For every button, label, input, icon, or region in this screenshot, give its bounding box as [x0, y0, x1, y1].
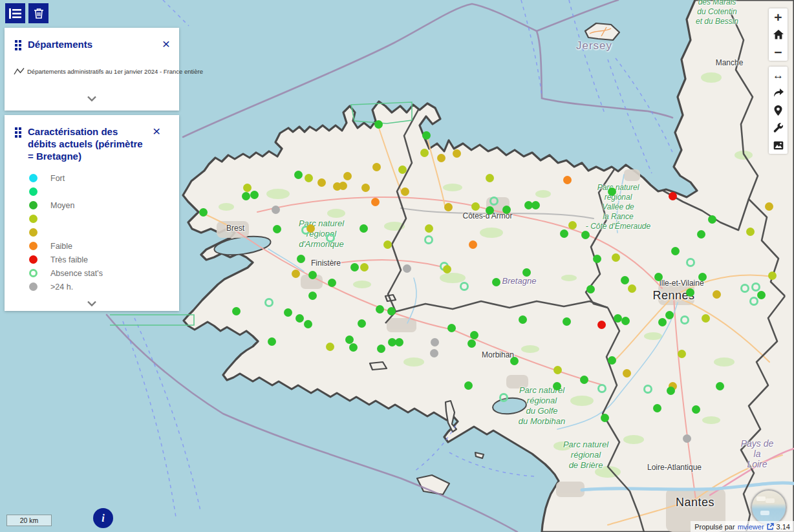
- map-marker-yg[interactable]: [383, 240, 392, 249]
- map-marker-g[interactable]: [686, 288, 694, 297]
- map-marker-yg[interactable]: [471, 202, 480, 211]
- info-button[interactable]: i: [93, 508, 113, 528]
- map-marker-g[interactable]: [232, 307, 241, 315]
- chevron-down-icon[interactable]: [87, 92, 97, 104]
- map-marker-g[interactable]: [654, 273, 663, 281]
- drag-handle-icon[interactable]: [15, 127, 21, 138]
- map-marker-g[interactable]: [358, 319, 366, 328]
- map-marker-yg[interactable]: [305, 174, 313, 182]
- clear-map-button[interactable]: [28, 3, 48, 23]
- map-marker-g[interactable]: [374, 120, 383, 129]
- map-marker-dy[interactable]: [306, 224, 315, 233]
- map-marker-g[interactable]: [531, 201, 540, 209]
- map-marker-ri[interactable]: [489, 197, 499, 206]
- map-marker-g[interactable]: [692, 405, 700, 414]
- map-marker-g[interactable]: [242, 192, 250, 200]
- close-icon[interactable]: ×: [153, 125, 160, 137]
- map-marker-g[interactable]: [621, 276, 629, 284]
- map-marker-g[interactable]: [608, 187, 616, 196]
- map-marker-g[interactable]: [395, 338, 403, 346]
- zoom-out-button[interactable]: −: [769, 43, 788, 61]
- map-marker-dy[interactable]: [401, 187, 409, 196]
- map-marker-yg[interactable]: [326, 343, 334, 351]
- map-marker-g[interactable]: [273, 225, 281, 233]
- map-marker-g[interactable]: [486, 206, 494, 215]
- map-marker-g[interactable]: [621, 317, 630, 325]
- locate-button[interactable]: [769, 101, 788, 119]
- map-marker-g[interactable]: [268, 337, 276, 346]
- map-marker-yg[interactable]: [768, 271, 777, 280]
- map-marker-g[interactable]: [581, 231, 590, 239]
- map-marker-g[interactable]: [345, 335, 354, 344]
- map-marker-g[interactable]: [580, 376, 588, 384]
- map-marker-yg[interactable]: [702, 314, 710, 323]
- map-marker-g[interactable]: [349, 343, 358, 352]
- map-marker-yg[interactable]: [568, 221, 577, 229]
- map-marker-ri[interactable]: [643, 385, 652, 394]
- map-marker-g[interactable]: [653, 404, 661, 412]
- map-marker-g[interactable]: [359, 224, 368, 233]
- map-marker-g[interactable]: [560, 229, 568, 238]
- close-icon[interactable]: ×: [162, 38, 170, 50]
- map-marker-gr[interactable]: [683, 434, 691, 443]
- map-marker-ri[interactable]: [460, 282, 469, 291]
- map-marker-g[interactable]: [667, 387, 675, 395]
- map-marker-g[interactable]: [492, 278, 500, 286]
- map-marker-g[interactable]: [250, 191, 259, 199]
- map-marker-yg[interactable]: [443, 265, 451, 273]
- map-marker-gr[interactable]: [431, 338, 439, 346]
- map-marker-ri[interactable]: [686, 258, 695, 267]
- map-marker-dy[interactable]: [713, 290, 721, 299]
- map-marker-g[interactable]: [665, 311, 674, 319]
- map-marker-yg[interactable]: [360, 263, 369, 271]
- mviewer-link[interactable]: mviewer: [738, 523, 764, 531]
- map-marker-g[interactable]: [308, 271, 317, 279]
- map-marker-ri[interactable]: [326, 233, 335, 242]
- map-marker-yg[interactable]: [678, 350, 686, 358]
- map-marker-g[interactable]: [470, 331, 478, 339]
- map-marker-g[interactable]: [601, 414, 609, 422]
- map-marker-dy[interactable]: [623, 369, 631, 378]
- map-marker-ri[interactable]: [680, 315, 689, 325]
- map-marker-ri[interactable]: [740, 284, 749, 293]
- map-marker-ri[interactable]: [499, 393, 508, 402]
- layers-panel-button[interactable]: [5, 3, 25, 23]
- map-marker-yg[interactable]: [746, 228, 755, 236]
- map-marker-yg[interactable]: [425, 224, 433, 233]
- map-marker-g[interactable]: [563, 317, 571, 326]
- map-marker-dy[interactable]: [339, 182, 347, 190]
- map-marker-g[interactable]: [614, 314, 622, 323]
- map-marker-yg[interactable]: [420, 149, 429, 157]
- map-marker-yg[interactable]: [398, 165, 407, 174]
- map-marker-g[interactable]: [553, 382, 561, 390]
- map-marker-ri[interactable]: [751, 282, 760, 292]
- map-marker-yg[interactable]: [486, 174, 494, 182]
- map-marker-g[interactable]: [658, 318, 667, 326]
- map-marker-yg[interactable]: [243, 184, 252, 192]
- map-marker-dy[interactable]: [437, 154, 445, 162]
- map-marker-yg[interactable]: [612, 253, 620, 262]
- map-marker-g[interactable]: [522, 268, 531, 277]
- map-marker-g[interactable]: [510, 357, 519, 365]
- map-marker-g[interactable]: [502, 206, 511, 214]
- map-marker-ri[interactable]: [749, 297, 758, 306]
- map-marker-ri[interactable]: [264, 298, 274, 307]
- map-marker-gr[interactable]: [403, 264, 411, 273]
- map-marker-g[interactable]: [350, 263, 359, 271]
- chevron-down-icon[interactable]: [87, 297, 97, 309]
- drag-handle-icon[interactable]: [15, 40, 21, 50]
- map-marker-ri[interactable]: [597, 384, 606, 393]
- zoom-in-button[interactable]: +: [769, 8, 788, 26]
- map-marker-o[interactable]: [563, 176, 572, 184]
- map-marker-g[interactable]: [698, 273, 707, 281]
- map-marker-g[interactable]: [586, 285, 595, 293]
- tools-button[interactable]: [769, 119, 788, 136]
- map-marker-o[interactable]: [371, 198, 380, 206]
- map-marker-dy[interactable]: [444, 203, 453, 211]
- map-marker-g[interactable]: [593, 255, 601, 263]
- map-marker-g[interactable]: [294, 171, 303, 179]
- map-marker-g[interactable]: [608, 356, 616, 365]
- map-marker-g[interactable]: [708, 215, 716, 224]
- map-marker-g[interactable]: [464, 381, 473, 390]
- map-marker-dy[interactable]: [453, 149, 461, 158]
